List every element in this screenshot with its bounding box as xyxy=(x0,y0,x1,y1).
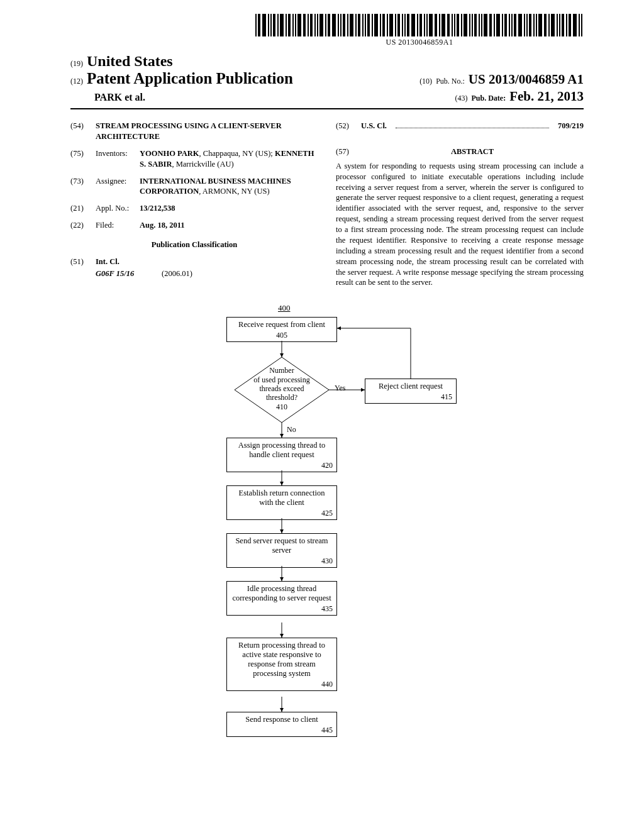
header-rule xyxy=(70,108,584,109)
patent-header: (19) United States (12) Patent Applicati… xyxy=(70,53,584,109)
pub-date: Feb. 21, 2013 xyxy=(509,89,584,104)
title-code: (54) xyxy=(70,121,89,131)
filed-date: Aug. 18, 2011 xyxy=(140,220,318,231)
inventors-label: Inventors: xyxy=(96,148,133,159)
inventor-1-name: YOONHO PARK xyxy=(140,149,199,158)
barcode-block: US 20130046859A1 xyxy=(255,14,584,47)
barcode-text: US 20130046859A1 xyxy=(255,38,584,47)
inventors-code: (75) xyxy=(70,148,89,159)
country-code: (19) xyxy=(70,59,83,69)
filed-code: (22) xyxy=(70,220,89,231)
pub-class-heading: Publication Classification xyxy=(70,240,318,250)
uscl-label: U.S. Cl. xyxy=(361,121,387,131)
inventor-1-rest: , Chappaqua, NY (US); xyxy=(199,149,275,158)
intcl-date: (2006.01) xyxy=(162,269,192,278)
intcl-class: G06F 15/16 xyxy=(96,269,134,278)
left-column: (54) STREAM PROCESSING USING A CLIENT-SE… xyxy=(70,121,318,288)
pub-date-code: (43) xyxy=(455,94,468,103)
inventors: YOONHO PARK, Chappaqua, NY (US); KENNETH… xyxy=(140,148,318,170)
intcl-label: Int. Cl. xyxy=(96,257,318,267)
uscl-leader-dots xyxy=(396,123,549,128)
country: United States xyxy=(87,53,173,70)
filed-label: Filed: xyxy=(96,220,133,231)
abstract-body: A system for responding to requests usin… xyxy=(336,161,584,289)
intcl-entry: G06F 15/16 (2006.01) xyxy=(96,268,318,279)
pub-no-label: Pub. No.: xyxy=(436,77,465,86)
patent-title: STREAM PROCESSING USING A CLIENT-SERVER … xyxy=(96,121,318,142)
appl-code: (21) xyxy=(70,203,89,214)
assignee-label: Assignee: xyxy=(96,176,133,187)
doc-type-code: (12) xyxy=(70,77,83,86)
appl-no: 13/212,538 xyxy=(140,203,318,214)
assignee-code: (73) xyxy=(70,176,89,187)
pub-date-label: Pub. Date: xyxy=(472,94,506,103)
doc-type: Patent Application Publication xyxy=(87,70,293,87)
uscl-code: (52) xyxy=(336,121,355,131)
abstract-code: (57) xyxy=(336,147,355,157)
appl-label: Appl. No.: xyxy=(96,203,133,214)
assignee-rest: , ARMONK, NY (US) xyxy=(199,187,269,196)
flowchart: 400 Receive request from client 405 Numb… xyxy=(182,303,472,768)
uscl-value: 709/219 xyxy=(558,121,584,131)
right-column: (52) U.S. Cl. 709/219 (57) ABSTRACT A sy… xyxy=(336,121,584,288)
intcl-code: (51) xyxy=(70,257,89,267)
assignee: INTERNATIONAL BUSINESS MACHINES CORPORAT… xyxy=(140,176,318,197)
barcode-icon xyxy=(255,14,584,36)
flowchart-arrows xyxy=(182,303,472,768)
inventor-2-rest: , Marrickville (AU) xyxy=(172,160,233,169)
pub-no-code: (10) xyxy=(419,77,432,86)
abstract-heading: ABSTRACT xyxy=(361,147,584,157)
pub-no: US 2013/0046859 A1 xyxy=(469,72,584,87)
authors: PARK et al. xyxy=(94,92,145,103)
body-columns: (54) STREAM PROCESSING USING A CLIENT-SE… xyxy=(70,121,584,288)
